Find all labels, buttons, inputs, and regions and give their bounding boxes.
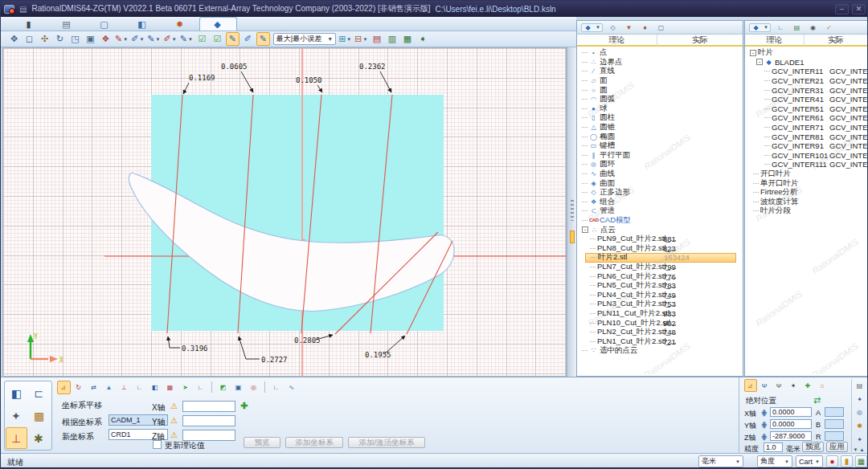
- angle-b-value[interactable]: [825, 419, 844, 429]
- home-button[interactable]: ⌂: [817, 379, 829, 392]
- tree-item-point-cloud[interactable]: -∴点云: [577, 225, 743, 234]
- emergency-stop-icon[interactable]: ●: [826, 455, 838, 467]
- tree-item-cloud-file[interactable]: PLN5_Cut_叶片2.stl_...783: [585, 281, 736, 291]
- probe-qualify-button[interactable]: ✦: [6, 405, 27, 426]
- actual-column-header[interactable]: 实际: [804, 35, 867, 46]
- ribbon-tab-solid[interactable]: ◧: [124, 17, 162, 31]
- tree-item-blade-tool[interactable]: 开口叶片: [745, 169, 867, 179]
- magnifier-button[interactable]: ◎: [854, 407, 867, 418]
- csys-translate-button[interactable]: ⊿: [57, 381, 71, 394]
- network-status-icon[interactable]: ▦: [855, 455, 867, 467]
- tree-item-cloud-file[interactable]: 叶片2.stl163424: [585, 253, 736, 263]
- ribbon-tab-graphics[interactable]: ✹: [162, 17, 199, 31]
- probe-status-icon[interactable]: ▮: [841, 455, 853, 467]
- add-icon[interactable]: ✚: [240, 401, 248, 411]
- precision-input[interactable]: [764, 442, 783, 452]
- actual-column-header[interactable]: 实际: [657, 35, 743, 46]
- probe-angle-button[interactable]: Ψ: [773, 379, 786, 392]
- z-offset-input[interactable]: [182, 430, 235, 441]
- csys-fixture-button[interactable]: ▣: [232, 381, 246, 394]
- theory-column-header[interactable]: 理论: [745, 35, 804, 46]
- view-compare-button[interactable]: ❖: [99, 32, 113, 46]
- update-theory-checkbox[interactable]: [153, 440, 162, 449]
- report-window-button[interactable]: ▤: [370, 32, 383, 46]
- pos-y-value[interactable]: [770, 419, 812, 429]
- collapse-icon[interactable]: -: [582, 226, 588, 233]
- tree-item-feature[interactable]: ◎圆环: [577, 160, 743, 169]
- goto-position-button[interactable]: ⊿: [744, 379, 757, 392]
- evaluate-feature-button[interactable]: ☑: [211, 32, 224, 46]
- collapse-icon[interactable]: -: [750, 50, 756, 56]
- csys-circle-button[interactable]: ◎: [248, 381, 261, 394]
- error-mode-dropdown[interactable]: 最大|最小误差▼: [273, 33, 336, 45]
- tree-item-cloud-file[interactable]: PLN3_Cut_叶片2.stl_...753: [585, 300, 736, 309]
- panel-tab-blade-view[interactable]: ◆▼: [749, 23, 771, 32]
- lock-x-icon[interactable]: ⋕: [761, 409, 768, 417]
- tree-item-feature[interactable]: ▭键槽: [577, 141, 743, 151]
- x-offset-input[interactable]: [182, 401, 235, 412]
- tree-item-section[interactable]: GCV_INTER91GCV_INTER91: [745, 141, 867, 151]
- tree-item-feature[interactable]: ∥平行平面: [577, 151, 743, 161]
- tree-item-selected-cloud[interactable]: ∵选中的点云: [577, 346, 743, 356]
- panel-tab-report-view[interactable]: ▤: [792, 24, 803, 31]
- tree-item-section[interactable]: GCV_INTER41GCV_INTER41: [745, 95, 867, 104]
- tree-item-section[interactable]: GCV_INTER111GCV_INTER111: [745, 160, 867, 169]
- tree-item-feature[interactable]: ∴边界点: [577, 58, 743, 67]
- calculator-button[interactable]: ▤: [854, 381, 867, 392]
- settings-gear-button[interactable]: ✱: [854, 421, 867, 432]
- label-select-button[interactable]: ✎: [256, 32, 270, 46]
- pos-z-value[interactable]: [770, 431, 812, 441]
- tree-item-section[interactable]: GCV_INTER31GCV_INTER31: [745, 85, 867, 95]
- csys-swap-button[interactable]: ⇄: [88, 381, 101, 394]
- tree-item-cloud-file[interactable]: PLN7_Cut_叶片2.stl_...799: [585, 263, 736, 272]
- pan-button[interactable]: ✥: [7, 32, 21, 46]
- ribbon-tab-display[interactable]: ▢: [86, 17, 124, 31]
- panel-tab-angle-view[interactable]: ✓: [825, 24, 835, 31]
- tree-item-cloud-file[interactable]: PLN8_Cut_叶片2.stl_...823: [585, 243, 736, 253]
- evaluate-cloud-button[interactable]: ☑: [195, 32, 209, 46]
- add-activate-csys-button[interactable]: 添加/激活坐标系: [348, 437, 425, 448]
- tree-item-blade-tool[interactable]: 波纹度计算: [745, 198, 867, 207]
- tree-item-feature[interactable]: ▯圆柱: [577, 113, 743, 123]
- swap-axes-icon[interactable]: ⇄: [813, 395, 821, 406]
- panel-tab-screen-view[interactable]: ▢: [657, 24, 667, 31]
- tree-item-blade1[interactable]: -◆BLADE1: [745, 58, 867, 67]
- gauge-button[interactable]: ▩: [28, 405, 50, 426]
- menu-icon[interactable]: ▤: [19, 5, 27, 14]
- tree-item-section[interactable]: GCV_INTER21GCV_INTER21: [745, 76, 867, 86]
- panel-tab-features-view[interactable]: ◆▼: [581, 23, 603, 32]
- select-hand-button[interactable]: ✣: [38, 32, 51, 46]
- zoom-window-button[interactable]: ◻: [23, 32, 36, 46]
- tree-item-cloud-file[interactable]: PLN10_Cut_叶片2.stl...902: [585, 318, 736, 328]
- tree-item-feature[interactable]: △圆锥: [577, 123, 743, 133]
- ribbon-tab-program[interactable]: ▤: [48, 17, 86, 31]
- cad-viewport[interactable]: 0.1169 0.0605 0.1050 0.2362 0.3196 0.272…: [2, 47, 567, 377]
- machine-tools-button[interactable]: ✱: [28, 427, 50, 449]
- csys-curve-button[interactable]: ∿: [285, 381, 299, 394]
- tree-item-feature[interactable]: ◇正多边形: [577, 188, 743, 198]
- tree-item-feature[interactable]: ◯椭圆: [577, 132, 743, 141]
- angle-tool-button[interactable]: ✐▼: [163, 32, 178, 46]
- csys-321-button[interactable]: ∟: [133, 381, 147, 394]
- panel-tab-filter-view[interactable]: ▼: [624, 24, 635, 31]
- cloud-grid-button[interactable]: ⊞▼: [338, 32, 352, 46]
- tree-item-feature[interactable]: ●球: [577, 104, 743, 114]
- scan-tool-button[interactable]: ✐▼: [130, 32, 145, 46]
- y-offset-input[interactable]: [182, 415, 235, 426]
- csys-rotate-button[interactable]: ↻: [72, 381, 86, 394]
- ribbon-tab-machine[interactable]: ▮: [10, 17, 48, 31]
- csys-matrix-button[interactable]: ▦: [164, 381, 178, 394]
- tree-item-feature[interactable]: ◈曲面: [577, 178, 743, 188]
- tree-item-blade-tool[interactable]: 叶片分段: [745, 206, 867, 216]
- tree-item-cad-model[interactable]: CADCAD模型: [577, 216, 743, 226]
- tree-item-feature[interactable]: ⊂管道: [577, 206, 743, 216]
- coordinate-dropdown[interactable]: Cart ▼: [796, 455, 823, 467]
- tree-item-cloud-file[interactable]: PLN1_Cut_叶片2.stl_...721: [585, 336, 736, 346]
- tree-item-feature[interactable]: ▱面: [577, 76, 743, 86]
- tree-item-cloud-file[interactable]: PLN9_Cut_叶片2.stl_...881: [585, 234, 736, 244]
- tree-item-cloud-file[interactable]: PLN6_Cut_叶片2.stl_...776: [585, 271, 736, 281]
- measure-tools-button[interactable]: ⊏: [28, 382, 50, 404]
- csys-cube-button[interactable]: ◧: [149, 381, 162, 394]
- add-position-button[interactable]: ✚: [802, 379, 815, 392]
- tree-item-feature[interactable]: ∕直线: [577, 67, 743, 76]
